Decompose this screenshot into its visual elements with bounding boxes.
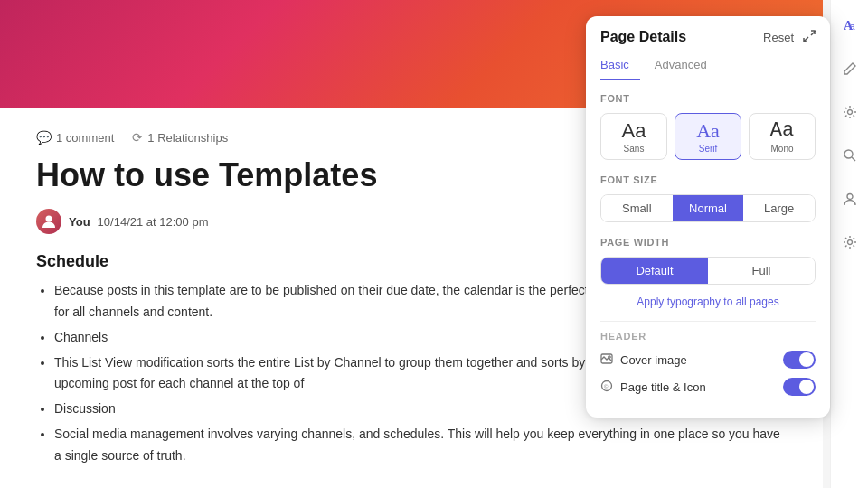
font-option-sans[interactable]: Aa Sans [600, 113, 667, 160]
font-name-mono: Mono [770, 144, 793, 154]
cover-image-toggle[interactable] [783, 351, 816, 369]
font-options: Aa Sans Aa Serif Aa Mono [600, 113, 816, 160]
svg-point-8 [844, 150, 853, 158]
size-option-normal[interactable]: Normal [673, 195, 744, 221]
icon-bar: A a [830, 0, 868, 488]
svg-point-9 [847, 194, 853, 200]
panel-tabs: Basic Advanced [586, 45, 830, 80]
font-name-sans: Sans [624, 144, 645, 154]
icon-bar-text[interactable]: A a [837, 13, 863, 38]
page-title-label-group: © Page title & Icon [600, 380, 706, 395]
page-title-toggle[interactable] [783, 378, 816, 396]
page-title-label: Page title & Icon [620, 380, 706, 394]
panel-title: Page Details [600, 29, 686, 45]
expand-button[interactable] [803, 30, 816, 45]
page-title-icon: © [600, 380, 613, 395]
tab-basic[interactable]: Basic [600, 52, 640, 80]
svg-text:a: a [850, 22, 855, 32]
icon-bar-gear[interactable] [837, 230, 863, 255]
svg-point-10 [847, 240, 852, 245]
apply-typography-link[interactable]: Apply typography to all pages [600, 296, 816, 308]
font-sample-serif: Aa [696, 121, 720, 141]
size-option-large[interactable]: Large [743, 195, 815, 221]
cover-image-row: Cover image [600, 351, 816, 369]
page-title-row: © Page title & Icon [600, 378, 816, 396]
svg-point-2 [609, 355, 610, 357]
font-section-label: Font [600, 93, 816, 104]
icon-bar-settings[interactable] [837, 99, 863, 125]
svg-point-0 [46, 216, 52, 222]
avatar [36, 209, 61, 234]
page-details-panel: Page Details Reset Basic Advanced Font A… [586, 16, 830, 418]
panel-content: Font Aa Sans Aa Serif Aa Mono Font Size … [586, 80, 830, 418]
size-option-small[interactable]: Small [601, 195, 673, 221]
cover-image-icon [600, 352, 613, 368]
comment-meta[interactable]: 💬 1 comment [36, 130, 114, 145]
svg-text:©: © [604, 384, 609, 389]
icon-bar-search[interactable] [837, 143, 863, 168]
relationship-meta[interactable]: ⟳ 1 Relationships [132, 130, 228, 145]
font-sample-sans: Aa [622, 121, 646, 141]
width-option-default[interactable]: Default [601, 258, 708, 284]
icon-bar-user[interactable] [837, 186, 863, 211]
width-options: Default Full [600, 257, 816, 285]
font-option-mono[interactable]: Aa Mono [749, 113, 816, 160]
cover-image-label: Cover image [620, 353, 687, 367]
icon-bar-edit[interactable] [837, 56, 863, 81]
panel-header: Page Details Reset [586, 16, 830, 45]
font-size-section-label: Font Size [600, 174, 816, 185]
font-option-serif[interactable]: Aa Serif [675, 113, 741, 160]
comment-icon: 💬 [36, 130, 52, 145]
size-options: Small Normal Large [600, 194, 816, 222]
author-date: 10/14/21 at 12:00 pm [98, 215, 209, 229]
panel-header-actions: Reset [763, 30, 816, 45]
reset-button[interactable]: Reset [763, 31, 794, 44]
relationship-icon: ⟳ [132, 130, 143, 145]
cover-image-label-group: Cover image [600, 352, 687, 368]
author-name: You [69, 215, 90, 229]
section-divider [600, 321, 816, 322]
relationship-count: 1 Relationships [147, 131, 228, 145]
font-sample-mono: Aa [770, 121, 794, 141]
comment-count: 1 comment [56, 131, 114, 145]
font-name-serif: Serif [699, 144, 718, 154]
page-width-section-label: Page Width [600, 237, 816, 248]
svg-point-7 [847, 110, 852, 115]
width-option-full[interactable]: Full [708, 258, 815, 284]
list-item: Social media management involves varying… [54, 424, 787, 467]
tab-advanced[interactable]: Advanced [655, 52, 718, 80]
header-section-label: Header [600, 331, 816, 342]
